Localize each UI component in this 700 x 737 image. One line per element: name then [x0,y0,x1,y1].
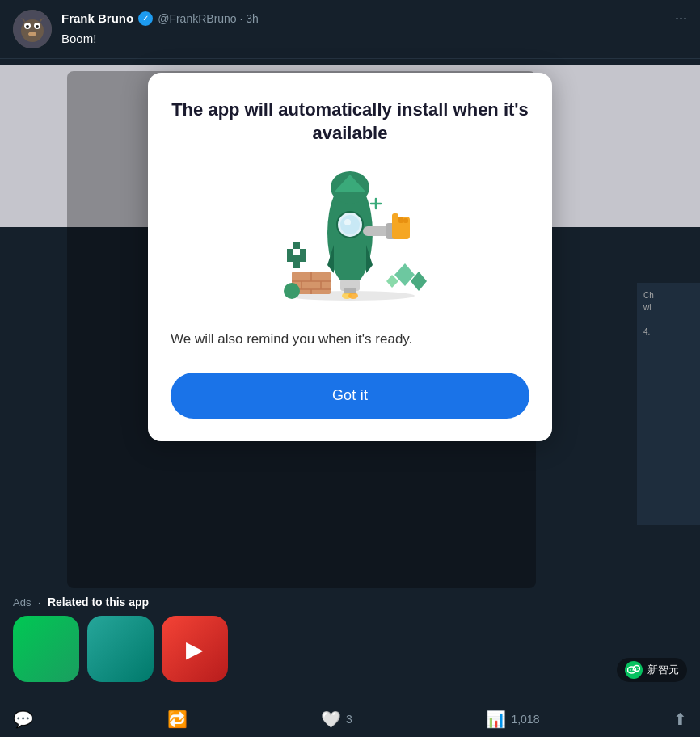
tweet-area: Frank Bruno ✓ @FrankRBruno · 3h ··· Boom… [0,0,700,59]
avatar [13,10,52,48]
related-apps-row: ▶ [13,616,687,682]
right-panel-text: Chwi4. [643,289,694,338]
svg-rect-24 [293,255,300,262]
svg-marker-35 [394,263,415,286]
ads-label: Ads [13,596,31,609]
reply-icon: 💬 [13,710,33,729]
svg-point-60 [630,669,631,671]
tweet-content: Frank Bruno ✓ @FrankRBruno · 3h ··· Boom… [61,10,687,47]
svg-point-62 [635,668,636,668]
svg-point-43 [344,219,351,225]
screen: Frank Bruno ✓ @FrankRBruno · 3h ··· Boom… [0,0,700,737]
got-it-button[interactable]: Got it [171,373,529,419]
retweet-icon: 🔁 [167,710,188,729]
svg-rect-20 [287,249,293,255]
views-action[interactable]: 📊 1,018 [486,710,539,729]
svg-rect-55 [403,218,408,223]
svg-point-34 [284,283,300,299]
reply-action[interactable]: 💬 [13,710,33,729]
related-section: Ads · Related to this app ▶ [0,588,700,689]
right-side-panel: Chwi4. [637,283,700,525]
svg-point-49 [348,293,358,299]
display-name: Frank Bruno [61,11,133,25]
like-action[interactable]: 🤍 3 [321,710,352,729]
modal-description: We will also remind you when it's ready. [171,329,529,350]
svg-point-61 [632,669,634,671]
modal-overlay: The app will automatically install when … [148,73,552,441]
svg-rect-23 [287,255,293,262]
svg-rect-54 [398,217,403,223]
related-app-icon-1[interactable] [13,616,79,682]
share-icon: ⬆ [673,710,687,729]
like-count: 3 [346,713,352,726]
related-app-icon-3[interactable]: ▶ [162,616,228,682]
related-title: Related to this app [48,596,149,609]
wechat-watermark: 新智元 [617,658,687,682]
tweet-user-info: Frank Bruno ✓ @FrankRBruno · 3h [61,11,259,26]
tweet-actions-bar: 💬 🔁 🤍 3 📊 1,018 ⬆ [0,701,700,737]
svg-point-59 [634,666,640,672]
views-count: 1,018 [511,713,539,726]
svg-point-5 [36,25,39,28]
related-app-icon-2[interactable] [87,616,154,682]
wechat-label: 新智元 [647,663,679,677]
tweet-text: Boom! [61,30,687,47]
tweet-header: Frank Bruno ✓ @FrankRBruno · 3h ··· [61,10,687,27]
more-options-button[interactable]: ··· [675,10,687,27]
svg-rect-25 [300,255,306,262]
retweet-action[interactable]: 🔁 [167,710,188,729]
verified-badge: ✓ [138,11,153,26]
views-icon: 📊 [486,710,506,729]
svg-point-63 [637,668,638,668]
wechat-icon [625,661,643,679]
username-time: @FrankRBruno · 3h [158,12,259,25]
share-action[interactable]: ⬆ [673,710,687,729]
modal-card: The app will automatically install when … [148,73,552,441]
like-icon: 🤍 [321,710,341,729]
svg-point-1 [21,19,44,42]
svg-rect-53 [392,213,398,221]
rocket-illustration [171,164,529,310]
svg-rect-26 [293,262,300,268]
svg-rect-21 [293,242,300,249]
modal-title: The app will automatically install when … [171,99,529,145]
svg-point-6 [28,32,36,36]
separator: · [38,596,41,609]
svg-point-4 [26,25,29,28]
svg-point-42 [340,215,360,234]
svg-rect-22 [300,249,306,255]
